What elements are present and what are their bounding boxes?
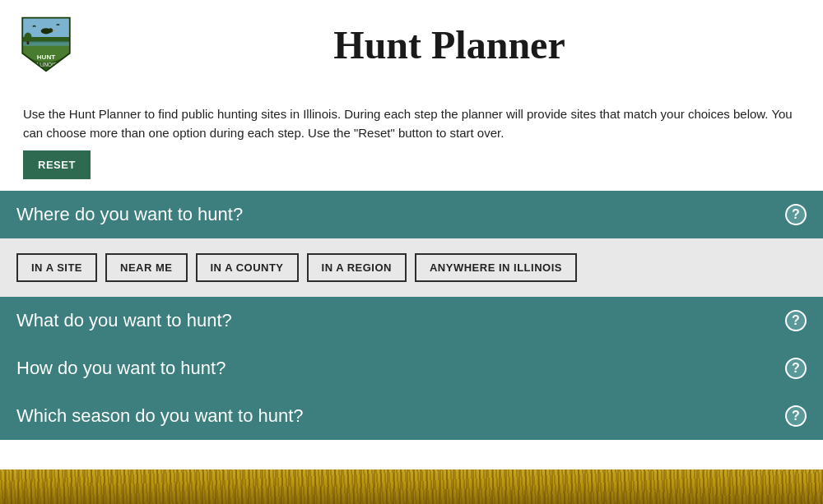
where-section-label: Where do you want to hunt? <box>16 204 243 225</box>
page-header: HUNT ILLINOIS Hunt Planner <box>0 0 823 82</box>
what-help-icon[interactable]: ? <box>785 310 807 331</box>
svg-text:HUNT: HUNT <box>37 53 56 61</box>
in-a-region-button[interactable]: IN A REGION <box>307 253 407 282</box>
how-section: How do you want to hunt? ? <box>0 344 823 392</box>
where-options-panel: IN A SITE NEAR ME IN A COUNTY IN A REGIO… <box>0 238 823 297</box>
what-section-header[interactable]: What do you want to hunt? ? <box>0 297 823 344</box>
what-section-label: What do you want to hunt? <box>16 310 232 331</box>
where-section: Where do you want to hunt? ? IN A SITE N… <box>0 191 823 297</box>
how-section-header[interactable]: How do you want to hunt? ? <box>0 344 823 392</box>
description-section: Use the Hunt Planner to find public hunt… <box>0 82 823 191</box>
hunt-illinois-logo: HUNT ILLINOIS <box>16 15 76 74</box>
season-help-icon[interactable]: ? <box>785 405 807 427</box>
near-me-button[interactable]: NEAR ME <box>105 253 187 282</box>
how-section-label: How do you want to hunt? <box>16 358 226 379</box>
in-a-site-button[interactable]: IN A SITE <box>16 253 97 282</box>
page-title: Hunt Planner <box>100 22 798 67</box>
bottom-decorative-strip <box>0 469 823 504</box>
in-a-county-button[interactable]: IN A COUNTY <box>196 253 299 282</box>
reset-button[interactable]: RESET <box>23 150 91 179</box>
how-help-icon[interactable]: ? <box>785 358 807 379</box>
anywhere-in-illinois-button[interactable]: ANYWHERE IN ILLINOIS <box>415 253 577 282</box>
where-section-header[interactable]: Where do you want to hunt? ? <box>0 191 823 238</box>
svg-point-3 <box>24 33 31 42</box>
season-section-header[interactable]: Which season do you want to hunt? ? <box>0 392 823 440</box>
what-section: What do you want to hunt? ? <box>0 297 823 344</box>
where-help-icon[interactable]: ? <box>785 204 807 225</box>
season-section-label: Which season do you want to hunt? <box>16 405 304 427</box>
season-section: Which season do you want to hunt? ? <box>0 392 823 440</box>
description-text: Use the Hunt Planner to find public hunt… <box>23 105 800 142</box>
